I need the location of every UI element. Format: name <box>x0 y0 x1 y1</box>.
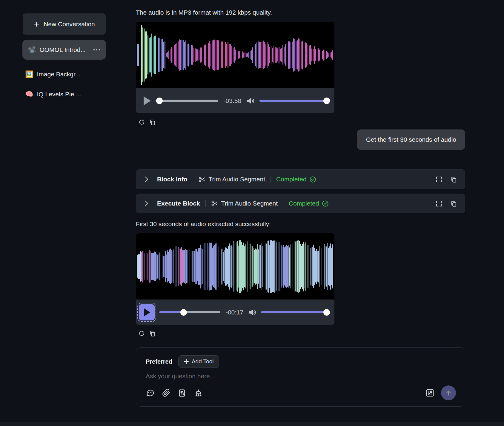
copy-icon[interactable] <box>450 200 457 207</box>
divider <box>283 200 283 207</box>
sidebar-item-image-background[interactable]: 🖼️ Image Backgr... <box>0 69 114 80</box>
time-remaining: -03:58 <box>224 97 245 104</box>
audio-player-full: -03:58 <box>136 22 334 113</box>
volume-icon[interactable] <box>248 309 256 316</box>
picture-icon: 🖼️ <box>25 70 33 78</box>
block-title: Block Info <box>157 176 188 183</box>
conversation-label: OOMOL Introd... <box>39 46 85 53</box>
volume-slider[interactable] <box>259 100 327 102</box>
chat-panel: The audio is in MP3 format with 192 kbps… <box>114 0 504 426</box>
assistant-message: First 30 seconds of audio extracted succ… <box>136 220 465 228</box>
new-conversation-label: New Conversation <box>44 21 95 28</box>
message-actions <box>138 119 465 126</box>
expand-icon[interactable] <box>436 176 442 183</box>
copy-icon[interactable] <box>149 119 156 126</box>
play-button[interactable] <box>139 304 155 320</box>
conversation-label: Image Backgr... <box>37 71 80 78</box>
new-conversation-button[interactable]: New Conversation <box>23 13 106 35</box>
clean-icon[interactable] <box>194 389 203 397</box>
block-info-row[interactable]: Block Info Trim Audio Segment Completed <box>136 169 465 189</box>
copy-icon[interactable] <box>450 176 457 183</box>
regenerate-icon[interactable] <box>138 330 145 337</box>
seek-slider[interactable] <box>159 311 220 313</box>
check-circle-icon <box>309 176 316 183</box>
brain-icon: 🧠 <box>25 90 33 98</box>
scissors-icon <box>199 176 206 183</box>
window-bottom-edge <box>0 422 504 426</box>
conversation-menu-icon[interactable] <box>93 49 101 51</box>
app-window: New Conversation 📽️ OOMOL Introd... 🖼️ I… <box>0 0 504 426</box>
status-badge: Completed <box>289 200 329 207</box>
search-docs-icon[interactable] <box>178 389 187 397</box>
block-title: Execute Block <box>157 200 200 207</box>
waveform-full <box>136 22 334 88</box>
message-actions <box>138 330 465 337</box>
user-message-row: Get the first 30 seconds of audio <box>136 129 465 150</box>
chat-bubble-icon[interactable] <box>146 388 155 397</box>
arrow-up-icon <box>445 389 452 397</box>
volume-thumb[interactable] <box>323 98 330 104</box>
audio-controls: -03:58 <box>136 88 334 113</box>
settings-sliders-icon[interactable] <box>425 388 434 397</box>
user-message: Get the first 30 seconds of audio <box>357 129 465 150</box>
seek-thumb[interactable] <box>156 98 163 104</box>
conversation-label: IQ Levels Pie ... <box>37 91 81 98</box>
add-tool-button[interactable]: Add Tool <box>178 355 219 368</box>
seek-slider[interactable] <box>156 100 218 102</box>
sidebar: New Conversation 📽️ OOMOL Introd... 🖼️ I… <box>0 0 114 414</box>
expand-icon[interactable] <box>436 200 442 207</box>
execute-block-row[interactable]: Execute Block Trim Audio Segment Complet… <box>136 194 465 213</box>
chevron-right-icon[interactable] <box>144 176 149 183</box>
chevron-right-icon[interactable] <box>144 200 149 207</box>
divider <box>271 176 271 183</box>
plus-icon <box>33 21 39 27</box>
divider <box>193 176 193 183</box>
attach-icon[interactable] <box>162 389 170 397</box>
time-remaining: -00:17 <box>226 309 246 316</box>
assistant-message: The audio is in MP3 format with 192 kbps… <box>136 9 465 16</box>
status-badge: Completed <box>276 176 316 183</box>
play-button[interactable] <box>144 96 151 105</box>
seek-thumb[interactable] <box>180 309 187 316</box>
send-button[interactable] <box>441 385 456 400</box>
sidebar-item-oomol[interactable]: 📽️ OOMOL Introd... <box>22 40 106 60</box>
tool-name: Trim Audio Segment <box>221 200 278 207</box>
check-circle-icon <box>322 200 329 207</box>
audio-player-trimmed: -00:17 <box>136 233 334 325</box>
copy-icon[interactable] <box>149 330 156 337</box>
regenerate-icon[interactable] <box>138 119 145 126</box>
audio-controls: -00:17 <box>136 300 334 325</box>
tool-name: Trim Audio Segment <box>209 176 265 183</box>
composer: Preferred Add Tool <box>136 347 465 407</box>
divider <box>205 200 206 207</box>
scissors-icon <box>211 200 218 207</box>
volume-slider[interactable] <box>261 311 327 313</box>
volume-thumb[interactable] <box>323 309 330 316</box>
sidebar-item-iq-levels[interactable]: 🧠 IQ Levels Pie ... <box>0 89 114 100</box>
preferred-label: Preferred <box>146 358 172 365</box>
question-input[interactable] <box>146 373 355 380</box>
waveform-trimmed <box>136 233 334 300</box>
plus-icon <box>184 359 189 364</box>
volume-icon[interactable] <box>247 97 255 104</box>
projector-icon: 📽️ <box>28 46 36 54</box>
